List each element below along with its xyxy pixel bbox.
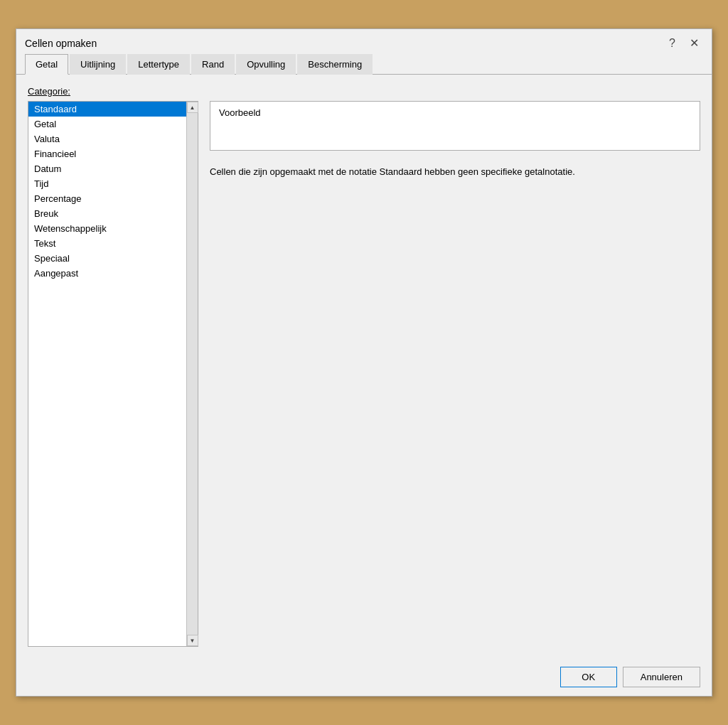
list-item-tekst[interactable]: Tekst — [28, 236, 198, 251]
list-item-speciaal[interactable]: Speciaal — [28, 251, 198, 266]
list-item-tijd[interactable]: Tijd — [28, 176, 198, 191]
scroll-track[interactable] — [187, 113, 198, 635]
list-item-datum[interactable]: Datum — [28, 161, 198, 176]
list-item-financieel[interactable]: Financieel — [28, 146, 198, 161]
list-item-standaard[interactable]: Standaard — [28, 102, 198, 117]
ok-button[interactable]: OK — [560, 667, 617, 687]
main-content: Standaard Getal Valuta Financieel Datum … — [28, 101, 700, 647]
cancel-button[interactable]: Annuleren — [623, 667, 700, 687]
list-item-wetenschappelijk[interactable]: Wetenschappelijk — [28, 221, 198, 236]
tab-rand[interactable]: Rand — [191, 54, 235, 75]
scroll-down-arrow[interactable]: ▼ — [187, 635, 198, 646]
right-panel: Voorbeeld Cellen die zijn opgemaakt met … — [210, 101, 700, 647]
categorie-label: Categorie: — [28, 86, 700, 97]
tab-lettertype[interactable]: Lettertype — [127, 54, 190, 75]
voorbeeld-box: Voorbeeld — [210, 101, 700, 151]
cellen-opmaken-dialog: Cellen opmaken ? ✕ Getal Uitlijning Lett… — [16, 28, 712, 697]
dialog-wrapper: Cellen opmaken ? ✕ Getal Uitlijning Lett… — [0, 0, 728, 725]
voorbeeld-label: Voorbeeld — [219, 107, 691, 118]
tab-getal[interactable]: Getal — [25, 54, 68, 75]
list-panel: Standaard Getal Valuta Financieel Datum … — [28, 101, 198, 647]
description-text: Cellen die zijn opgemaakt met de notatie… — [210, 165, 700, 179]
list-container: Standaard Getal Valuta Financieel Datum … — [28, 102, 198, 646]
tab-bescherming[interactable]: Bescherming — [297, 54, 373, 75]
title-bar-left: Cellen opmaken — [25, 38, 97, 49]
dialog-body: Categorie: Standaard Getal Valuta Financ… — [16, 75, 712, 658]
dialog-footer: OK Annuleren — [16, 658, 712, 696]
tabs-bar: Getal Uitlijning Lettertype Rand Opvulli… — [16, 54, 712, 75]
list-scrollbar[interactable]: ▲ ▼ — [186, 102, 198, 646]
list-item-getal[interactable]: Getal — [28, 117, 198, 131]
category-list: Standaard Getal Valuta Financieel Datum … — [28, 102, 198, 281]
close-button[interactable]: ✕ — [685, 35, 703, 51]
dialog-title: Cellen opmaken — [25, 38, 97, 49]
help-button[interactable]: ? — [665, 36, 680, 51]
tab-uitlijning[interactable]: Uitlijning — [70, 54, 126, 75]
list-item-breuk[interactable]: Breuk — [28, 206, 198, 221]
tab-opvulling[interactable]: Opvulling — [236, 54, 296, 75]
title-bar: Cellen opmaken ? ✕ — [16, 29, 712, 54]
list-item-valuta[interactable]: Valuta — [28, 131, 198, 146]
title-bar-right: ? ✕ — [665, 35, 703, 51]
scroll-up-arrow[interactable]: ▲ — [187, 102, 198, 113]
list-item-aangepast[interactable]: Aangepast — [28, 266, 198, 281]
list-item-percentage[interactable]: Percentage — [28, 191, 198, 206]
